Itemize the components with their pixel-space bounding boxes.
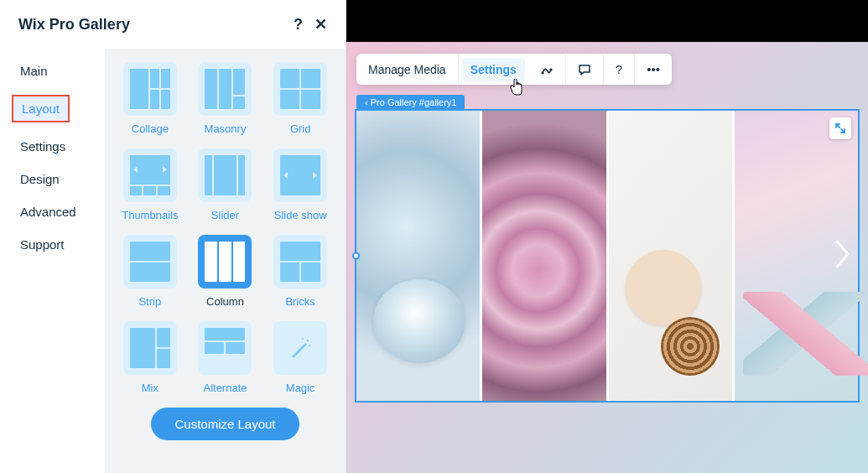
customize-layout-button[interactable]: Customize Layout — [151, 408, 299, 440]
close-icon[interactable]: ✕ — [314, 15, 327, 34]
panel-title: Wix Pro Gallery — [18, 16, 130, 34]
settings-panel: Wix Pro Gallery ? ✕ Main Layout Settings… — [0, 0, 346, 473]
sidebar-item-advanced[interactable]: Advanced — [20, 205, 95, 219]
layout-label: Strip — [138, 295, 161, 308]
layout-masonry[interactable]: Masonry — [192, 62, 259, 140]
layout-magic[interactable]: Magic — [267, 321, 334, 399]
layout-label: Column — [206, 295, 244, 308]
breadcrumb[interactable]: ‹ Pro Gallery #gallery1 — [356, 95, 465, 110]
layout-bricks[interactable]: Bricks — [267, 235, 334, 313]
layout-collage[interactable]: Collage — [117, 62, 184, 140]
layout-alternate[interactable]: Alternate — [192, 321, 259, 399]
breadcrumb-label: Pro Gallery #gallery1 — [371, 97, 457, 107]
gallery-item[interactable] — [482, 111, 606, 401]
layout-label: Masonry — [205, 122, 247, 135]
sidebar-item-design[interactable]: Design — [20, 172, 95, 186]
help-icon[interactable]: ? — [604, 54, 635, 85]
element-toolbar: Manage Media Settings ? ••• — [356, 54, 672, 85]
gallery-item[interactable]: 75% off — [356, 111, 480, 401]
layouts-pane: Collage Masonry Grid Thumbnails Slider — [105, 49, 346, 473]
layout-slideshow[interactable]: Slide show — [267, 148, 334, 226]
sidebar-item-support[interactable]: Support — [20, 237, 95, 252]
expand-icon[interactable] — [829, 117, 851, 139]
resize-handle-left[interactable] — [352, 252, 360, 260]
sidebar-nav: Main Layout Settings Design Advanced Sup… — [0, 49, 105, 473]
layout-slider[interactable]: Slider — [192, 148, 259, 226]
layout-mix[interactable]: Mix — [117, 321, 184, 399]
top-blackbar — [346, 0, 868, 42]
layout-column[interactable]: Column — [192, 235, 259, 313]
gallery-item[interactable] — [609, 111, 732, 401]
layout-label: Alternate — [203, 382, 247, 394]
layout-label: Grid — [290, 122, 311, 135]
layout-grid[interactable]: Grid — [267, 62, 334, 140]
settings-button[interactable]: Settings — [462, 58, 525, 81]
gallery-next-icon[interactable] — [833, 237, 853, 274]
svg-point-1 — [302, 338, 304, 340]
sidebar-item-layout[interactable]: Layout — [13, 96, 68, 121]
layout-label: Mix — [142, 382, 159, 394]
sale-badge: 75% off — [392, 318, 429, 330]
editor-canvas: Manage Media Settings ? ••• ‹ Pro Galler… — [346, 0, 868, 473]
layout-label: Slider — [211, 209, 239, 221]
svg-point-0 — [307, 340, 309, 342]
help-icon[interactable]: ? — [294, 16, 303, 34]
breadcrumb-chevron-icon: ‹ — [365, 97, 371, 107]
layout-label: Bricks — [285, 295, 314, 308]
panel-header: Wix Pro Gallery ? ✕ — [0, 0, 346, 49]
layout-thumbnails[interactable]: Thumbnails — [117, 148, 184, 226]
svg-point-3 — [541, 71, 543, 74]
layout-strip[interactable]: Strip — [117, 235, 184, 313]
svg-point-2 — [309, 345, 310, 346]
svg-point-4 — [549, 68, 552, 70]
animation-icon[interactable] — [528, 55, 566, 85]
magic-wand-icon — [287, 335, 314, 361]
layout-label: Collage — [132, 122, 169, 135]
comment-icon[interactable] — [566, 55, 604, 85]
sidebar-item-main[interactable]: Main — [20, 64, 95, 78]
sidebar-item-settings[interactable]: Settings — [20, 139, 95, 153]
gallery-selection[interactable]: 75% off — [355, 109, 860, 403]
layout-label: Magic — [286, 382, 315, 394]
layout-label: Slide show — [274, 209, 327, 221]
more-icon[interactable]: ••• — [635, 54, 672, 85]
manage-media-button[interactable]: Manage Media — [356, 55, 459, 85]
layout-label: Thumbnails — [122, 209, 178, 221]
